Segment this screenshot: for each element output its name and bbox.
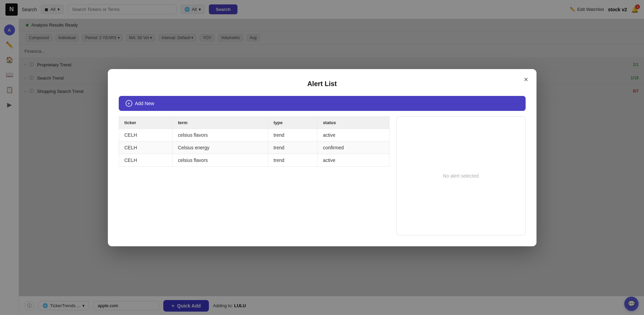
no-alert-text: No alert selected [443, 173, 479, 179]
table-row[interactable]: CELHcelsius flavorstrendactive [119, 154, 389, 166]
cell-type-1: trend [268, 141, 317, 154]
table-header-row: ticker term type status [119, 116, 389, 129]
cell-term-0: celsius flavors [172, 129, 268, 141]
cell-type-0: trend [268, 129, 317, 141]
col-term: term [172, 116, 268, 129]
alert-table-container: ticker term type status CELHcelsius flav… [119, 116, 390, 235]
cell-ticker-0: CELH [119, 129, 172, 141]
modal-body: ticker term type status CELHcelsius flav… [119, 116, 526, 235]
cell-ticker-2: CELH [119, 154, 172, 166]
alert-table: ticker term type status CELHcelsius flav… [119, 116, 390, 167]
table-row[interactable]: CELHCelsius energytrendconfirmed [119, 141, 389, 154]
modal-close-button[interactable]: × [524, 76, 528, 83]
table-row[interactable]: CELHcelsius flavorstrendactive [119, 129, 389, 141]
col-type: type [268, 116, 317, 129]
add-new-button[interactable]: + Add New [119, 96, 526, 111]
modal-backdrop: Alert List × + Add New ticker term type … [0, 0, 644, 315]
no-alert-panel: No alert selected [396, 116, 526, 235]
cell-status-2: active [317, 154, 389, 166]
cell-ticker-1: CELH [119, 141, 172, 154]
cell-type-2: trend [268, 154, 317, 166]
cell-term-2: celsius flavors [172, 154, 268, 166]
modal-title: Alert List [119, 80, 526, 88]
col-ticker: ticker [119, 116, 172, 129]
add-new-circle-icon: + [126, 100, 132, 107]
cell-term-1: Celsius energy [172, 141, 268, 154]
col-status: status [317, 116, 389, 129]
alert-list-modal: Alert List × + Add New ticker term type … [108, 69, 536, 246]
add-new-label: Add New [135, 101, 154, 106]
cell-status-1: confirmed [317, 141, 389, 154]
cell-status-0: active [317, 129, 389, 141]
